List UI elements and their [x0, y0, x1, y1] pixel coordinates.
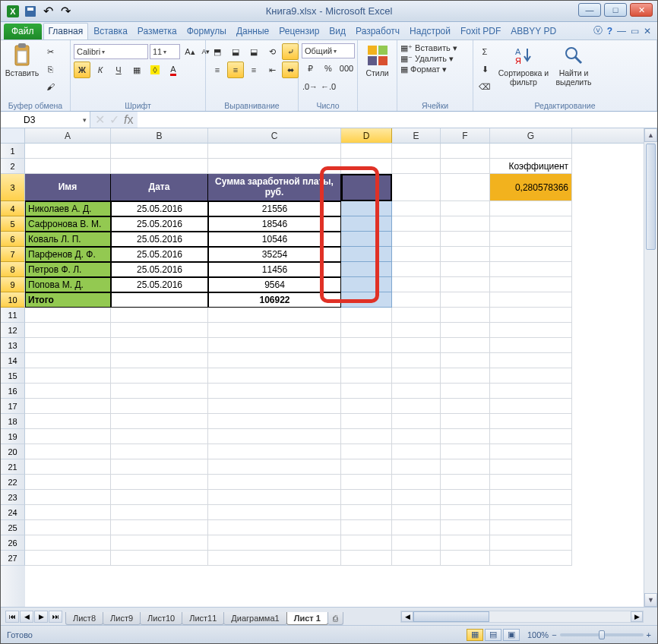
cell-A19[interactable] [25, 429, 111, 444]
cell-F14[interactable] [441, 353, 490, 368]
sheet-tab-0[interactable]: Лист8 [65, 612, 103, 625]
format-painter-icon[interactable]: 🖌 [42, 78, 59, 95]
cell-D25[interactable] [341, 520, 392, 535]
cell-C27[interactable] [208, 551, 341, 566]
cell-E6[interactable] [392, 232, 441, 247]
currency-icon[interactable]: ₽ [302, 60, 318, 77]
view-layout-icon[interactable]: ▤ [485, 629, 501, 641]
row-header-18[interactable]: 18 [1, 414, 25, 429]
cell-F16[interactable] [441, 384, 490, 399]
cell-F12[interactable] [441, 323, 490, 338]
cell-G3[interactable]: 0,280578366 [490, 174, 572, 201]
cell-G4[interactable] [490, 201, 572, 216]
cell-E25[interactable] [392, 520, 441, 535]
ribbon-tab-5[interactable]: Рецензир [274, 24, 324, 39]
percent-icon[interactable]: % [320, 60, 337, 77]
cell-B14[interactable] [111, 353, 208, 368]
cell-D27[interactable] [341, 551, 392, 566]
indent-dec-icon[interactable]: ⇤ [264, 62, 280, 78]
cell-B5[interactable]: 25.05.2016 [111, 216, 208, 232]
cell-E10[interactable] [392, 292, 441, 308]
cell-F20[interactable] [441, 444, 490, 459]
sheet-tab-5[interactable]: Лист 1 [286, 612, 328, 625]
cell-C21[interactable] [208, 459, 341, 475]
cell-F17[interactable] [441, 399, 490, 414]
cell-A12[interactable] [25, 323, 111, 338]
cell-D20[interactable] [341, 444, 392, 459]
ribbon-tab-6[interactable]: Вид [324, 24, 350, 39]
cell-D21[interactable] [341, 459, 392, 475]
zoom-slider[interactable] [560, 633, 644, 636]
cell-E2[interactable] [392, 159, 441, 174]
cell-B16[interactable] [111, 384, 208, 399]
cell-A24[interactable] [25, 505, 111, 520]
cell-A22[interactable] [25, 475, 111, 490]
cell-A27[interactable] [25, 551, 111, 566]
row-header-11[interactable]: 11 [1, 308, 25, 323]
cell-D17[interactable] [341, 399, 392, 414]
format-cells-button[interactable]: ▦ Формат ▾ [400, 65, 447, 74]
cell-C11[interactable] [208, 308, 341, 323]
cell-C13[interactable] [208, 338, 341, 353]
align-left-icon[interactable]: ≡ [209, 62, 226, 78]
cell-E21[interactable] [392, 459, 441, 475]
cell-A20[interactable] [25, 444, 111, 459]
cell-B13[interactable] [111, 338, 208, 353]
column-header-D[interactable]: D [341, 128, 392, 143]
cell-C24[interactable] [208, 505, 341, 520]
ribbon-tab-7[interactable]: Разработч [351, 24, 404, 39]
cell-C23[interactable] [208, 490, 341, 505]
row-header-9[interactable]: 9 [1, 277, 25, 292]
cell-F7[interactable] [441, 247, 490, 262]
spreadsheet[interactable]: ABCDEFG 12345678910111213141516171819202… [1, 128, 657, 607]
sheet-tab-1[interactable]: Лист9 [103, 612, 141, 625]
column-header-B[interactable]: B [111, 128, 208, 143]
cell-G2[interactable]: Коэффициент [490, 159, 572, 174]
cell-D18[interactable] [341, 414, 392, 429]
cell-C4[interactable]: 21556 [208, 201, 341, 216]
cell-G7[interactable] [490, 247, 572, 262]
new-sheet-icon[interactable]: ⎙ [327, 612, 343, 625]
ribbon-tab-3[interactable]: Формулы [182, 24, 231, 39]
cell-C2[interactable] [208, 159, 341, 174]
cell-B19[interactable] [111, 429, 208, 444]
cell-D9[interactable] [341, 277, 392, 292]
cell-E14[interactable] [392, 353, 441, 368]
cell-D5[interactable] [341, 216, 392, 232]
row-header-3[interactable]: 3 [1, 174, 25, 201]
align-center-icon[interactable]: ≡ [227, 62, 244, 78]
row-header-10[interactable]: 10 [1, 292, 25, 308]
cell-B22[interactable] [111, 475, 208, 490]
cell-F13[interactable] [441, 338, 490, 353]
cell-F2[interactable] [441, 159, 490, 174]
qat-undo-icon[interactable]: ↶ [40, 4, 55, 19]
cell-C19[interactable] [208, 429, 341, 444]
cell-F1[interactable] [441, 144, 490, 159]
cell-F23[interactable] [441, 490, 490, 505]
cell-G16[interactable] [490, 384, 572, 399]
maximize-button[interactable]: □ [604, 3, 627, 17]
cell-D6[interactable] [341, 232, 392, 247]
close-button[interactable]: ✕ [630, 3, 653, 17]
dec-decimal-icon[interactable]: ←.0 [320, 78, 337, 95]
cell-F21[interactable] [441, 459, 490, 475]
vscroll-thumb[interactable] [646, 144, 656, 250]
row-header-1[interactable]: 1 [1, 144, 25, 159]
fill-color-button[interactable]: ◊ [147, 62, 163, 78]
cell-B2[interactable] [111, 159, 208, 174]
scroll-down-icon[interactable]: ▼ [644, 593, 657, 607]
vertical-scrollbar[interactable]: ▲ ▼ [644, 128, 657, 607]
cell-B26[interactable] [111, 535, 208, 551]
row-header-4[interactable]: 4 [1, 201, 25, 216]
row-header-12[interactable]: 12 [1, 323, 25, 338]
cell-F25[interactable] [441, 520, 490, 535]
cell-B15[interactable] [111, 368, 208, 384]
underline-button[interactable]: Ч [110, 62, 127, 78]
cell-B20[interactable] [111, 444, 208, 459]
row-header-21[interactable]: 21 [1, 459, 25, 475]
scroll-left-icon[interactable]: ◀ [401, 611, 413, 622]
cell-A11[interactable] [25, 308, 111, 323]
zoom-label[interactable]: 100% [527, 630, 549, 639]
cell-B21[interactable] [111, 459, 208, 475]
horizontal-scrollbar[interactable]: ◀ ▶ [400, 611, 644, 623]
